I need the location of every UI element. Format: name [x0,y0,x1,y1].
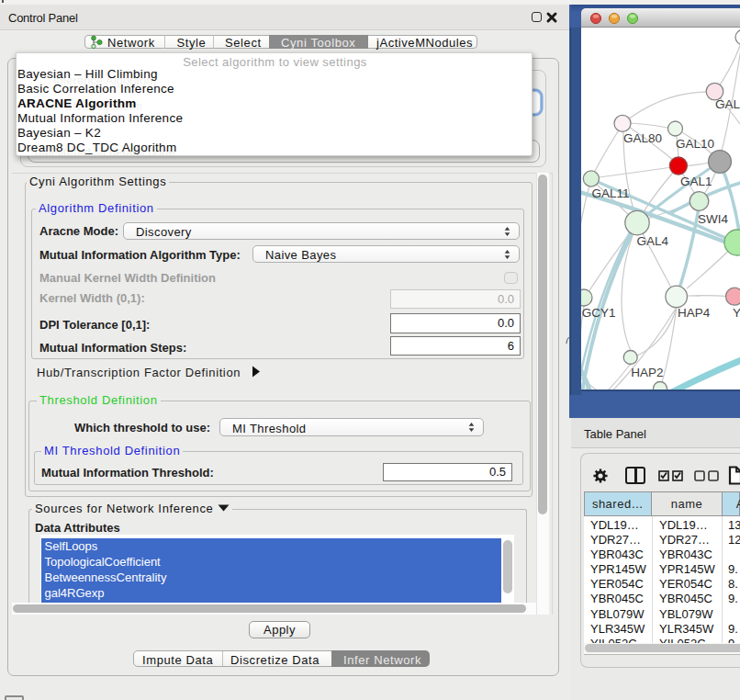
svg-text:GCY1: GCY1 [582,306,616,320]
svg-text:GAL80: GAL80 [623,131,662,145]
svg-text:HAP4: HAP4 [678,306,711,320]
svg-text:HAP2: HAP2 [631,366,663,379]
svg-text:GAL11: GAL11 [592,186,630,200]
svg-text:Y: Y [733,306,740,320]
svg-text:SWI4: SWI4 [698,212,728,226]
svg-text:GAL4: GAL4 [637,234,669,248]
svg-text:GAL7: GAL7 [715,97,740,111]
svg-text:GAL10: GAL10 [676,137,714,151]
svg-text:GAL1: GAL1 [680,175,712,188]
